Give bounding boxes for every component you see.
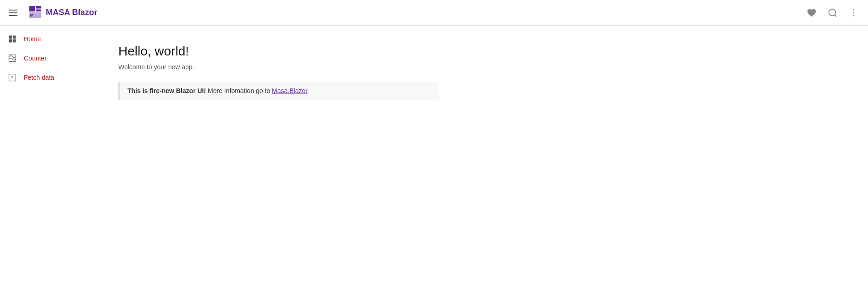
svg-point-5 bbox=[829, 9, 836, 16]
logo-icon: M bbox=[28, 5, 42, 21]
svg-point-9 bbox=[853, 15, 855, 16]
hamburger-button[interactable] bbox=[6, 6, 21, 20]
nav-left: M MASA Blazor bbox=[6, 5, 102, 21]
svg-line-6 bbox=[835, 15, 836, 16]
sidebar-item-home[interactable]: Home bbox=[0, 29, 96, 49]
svg-rect-1 bbox=[36, 6, 41, 8]
sidebar-item-counter-label: Counter bbox=[24, 55, 47, 62]
svg-text:M: M bbox=[30, 13, 33, 17]
svg-rect-0 bbox=[29, 6, 35, 11]
search-button[interactable] bbox=[824, 4, 841, 22]
nav-actions bbox=[803, 4, 862, 22]
sidebar-item-home-label: Home bbox=[24, 35, 41, 43]
sidebar: Home Counter ? bbox=[0, 26, 96, 308]
info-alert: This is fire-new Blazor UI! More Infomat… bbox=[118, 82, 439, 100]
logo-text: MASA Blazor bbox=[46, 8, 97, 17]
content-area: Hello, world! Welcome to your new app. T… bbox=[96, 26, 868, 308]
top-nav: M MASA Blazor bbox=[0, 0, 868, 26]
svg-rect-12 bbox=[9, 39, 12, 43]
sidebar-item-counter[interactable]: Counter bbox=[0, 49, 96, 68]
svg-point-8 bbox=[853, 12, 855, 13]
svg-rect-2 bbox=[36, 9, 41, 11]
sidebar-item-fetch-label: Fetch data bbox=[24, 74, 54, 81]
masa-blazor-link[interactable]: Masa.Blazor bbox=[272, 87, 308, 94]
heart-icon bbox=[807, 8, 817, 18]
page-title: Hello, world! bbox=[118, 44, 846, 59]
logo-link[interactable]: M MASA Blazor bbox=[28, 5, 97, 21]
svg-text:?: ? bbox=[11, 75, 13, 80]
home-icon bbox=[7, 34, 17, 44]
heart-button[interactable] bbox=[803, 4, 820, 22]
svg-point-7 bbox=[853, 9, 855, 11]
alert-bold-text: This is fire-new Blazor UI! bbox=[127, 87, 206, 94]
main-layout: Home Counter ? bbox=[0, 26, 868, 308]
page-subtitle: Welcome to your new app. bbox=[118, 63, 846, 71]
sidebar-item-fetch-data[interactable]: ? Fetch data bbox=[0, 68, 96, 87]
counter-icon bbox=[7, 53, 17, 63]
svg-rect-11 bbox=[13, 36, 16, 39]
alert-text: More Infomation go to bbox=[206, 87, 272, 94]
more-vertical-icon bbox=[849, 8, 859, 18]
search-icon bbox=[828, 8, 838, 18]
fetch-icon: ? bbox=[7, 72, 17, 82]
svg-rect-13 bbox=[13, 39, 16, 43]
svg-rect-10 bbox=[9, 36, 12, 39]
more-button[interactable] bbox=[845, 4, 862, 22]
